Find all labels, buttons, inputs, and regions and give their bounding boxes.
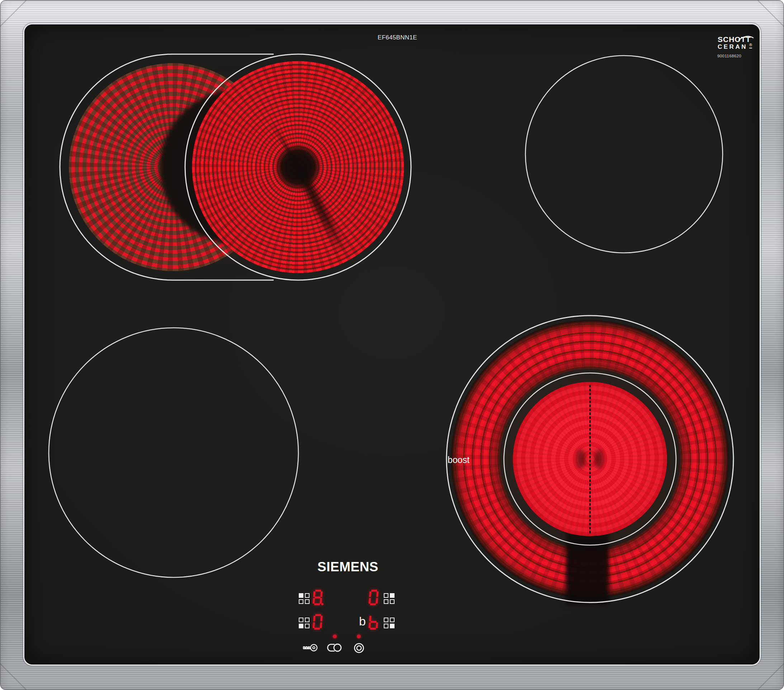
front-right-inner-zone-outline xyxy=(504,373,676,545)
selector-square xyxy=(384,618,389,622)
display-front-right xyxy=(368,614,379,629)
zone-outline-markings xyxy=(25,25,759,665)
schott-text: SCHOTT xyxy=(718,35,751,44)
selector-square xyxy=(299,599,303,604)
selector-square-filled xyxy=(390,593,395,598)
selector-square xyxy=(384,624,389,628)
rear-right-zone-outline xyxy=(525,56,723,253)
selector-square xyxy=(299,618,303,622)
selector-square xyxy=(384,593,389,598)
selector-square xyxy=(305,599,310,604)
front-right-outer-zone-outline xyxy=(446,316,733,603)
selector-square-filled xyxy=(299,593,303,598)
zone-selector-front-right[interactable] xyxy=(384,618,395,628)
extended-zone-icon[interactable] xyxy=(327,643,343,652)
frame-miter-bottom-left xyxy=(0,664,26,690)
model-number-text: EF645BNN1E xyxy=(378,34,417,41)
selector-square xyxy=(305,593,310,598)
rear-left-stadium-left-arc xyxy=(60,54,173,280)
dual-circuit-icon[interactable] xyxy=(354,643,364,654)
selector-square-filled xyxy=(390,624,395,628)
zone-selector-rear-left[interactable] xyxy=(299,593,310,604)
registered-mark: ® xyxy=(749,43,752,48)
zone-selector-front-left[interactable] xyxy=(299,618,310,628)
glass-serial-text: 9001168620 xyxy=(717,54,741,58)
frame-miter-top-right xyxy=(758,0,784,26)
ceran-text: CERAN xyxy=(718,43,748,51)
child-lock-key-icon[interactable] xyxy=(301,643,318,652)
selector-square-filled xyxy=(299,624,303,628)
selector-square xyxy=(305,624,310,628)
hob-product-image: EF645BNN1E SCHOTT CERAN ® 9001168620 boo… xyxy=(0,0,784,690)
boost-label: boost xyxy=(448,455,469,465)
selector-square xyxy=(390,599,395,604)
zone-selector-rear-right[interactable] xyxy=(384,593,395,604)
selector-square xyxy=(390,618,395,622)
selector-square xyxy=(384,599,389,604)
front-left-zone-outline xyxy=(49,328,298,577)
display-rear-right xyxy=(368,590,379,604)
rear-left-main-zone-outline xyxy=(185,54,411,280)
boost-prefix-label: b xyxy=(359,614,366,628)
frame-miter-bottom-right xyxy=(758,664,784,690)
indicator-dot-extended-zone xyxy=(333,634,337,638)
ceramic-glass-surface: EF645BNN1E SCHOTT CERAN ® 9001168620 boo… xyxy=(25,25,759,665)
indicator-dot-dual-circuit xyxy=(357,634,361,638)
siemens-logo: SIEMENS xyxy=(318,560,378,575)
display-rear-left xyxy=(312,590,323,604)
selector-square xyxy=(305,618,310,622)
display-front-left xyxy=(312,614,323,629)
frame-miter-top-left xyxy=(0,0,26,26)
